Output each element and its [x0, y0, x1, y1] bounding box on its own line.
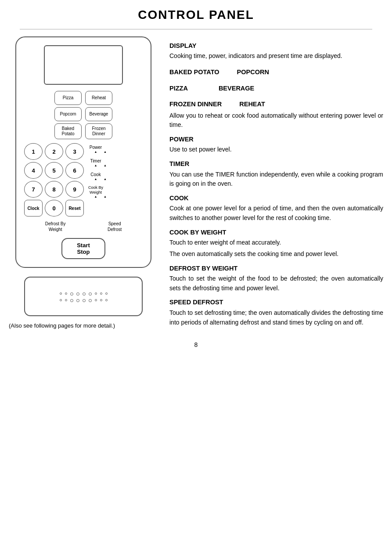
- key-8[interactable]: 8: [45, 181, 63, 198]
- speed-defrost-text: Touch to set defrosting time; the oven a…: [169, 308, 383, 327]
- function-buttons: Power▲ Timer▲ Cook▲ Cook ByWeight▲: [86, 143, 103, 216]
- section-frozen-dinner-reheat: FROZEN DINNER REHEAT Allow you to reheat…: [169, 95, 383, 130]
- dot: [100, 292, 102, 295]
- keypad-area: 1 2 3 4 5 6 7 8 9 Clock 0 Reset: [24, 143, 143, 216]
- dot: [76, 299, 79, 302]
- bottom-labels-row: Defrost ByWeight SpeedDefrost: [24, 221, 143, 232]
- preset-buttons-area: Pizza Reheat Popcorn Beverage BakedPotat…: [24, 91, 143, 259]
- dot: [89, 299, 92, 302]
- pizza-title: PIZZA: [169, 83, 188, 93]
- preset-row-3: BakedPotato FrozenDinner: [24, 123, 143, 139]
- dot: [70, 299, 73, 302]
- defrost-by-weight-label: Defrost ByWeight: [45, 221, 66, 232]
- speed-defrost-title: SPEED DEFROST: [169, 297, 383, 307]
- timer-button[interactable]: Timer▲: [86, 159, 103, 167]
- section-baked-potato-popcorn: BAKED POTATO POPCORN: [169, 63, 383, 78]
- page-number: 8: [0, 341, 392, 353]
- baked-popcorn-title-row: BAKED POTATO POPCORN: [169, 63, 383, 78]
- section-timer: TIMER You can use the TIMER function ind…: [169, 159, 383, 189]
- section-display: DISPLAY Cooking time, power, indicators …: [169, 41, 383, 61]
- key-7[interactable]: 7: [24, 181, 43, 198]
- display-text: Cooking time, power, indicators and pres…: [169, 51, 383, 61]
- baked-potato-button[interactable]: BakedPotato: [54, 123, 82, 139]
- page-title: CONTROL PANEL: [0, 0, 392, 26]
- right-panel: DISPLAY Cooking time, power, indicators …: [167, 32, 388, 333]
- dot: [60, 292, 62, 295]
- section-speed-defrost: SPEED DEFROST Touch to set defrosting ti…: [169, 297, 383, 327]
- power-title: POWER: [169, 134, 383, 144]
- reset-button[interactable]: Reset: [65, 200, 84, 216]
- reheat-button[interactable]: Reheat: [85, 91, 112, 105]
- section-power: POWER Use to set power level.: [169, 134, 383, 155]
- dot: [95, 299, 97, 301]
- microwave-diagram: Pizza Reheat Popcorn Beverage BakedPotat…: [15, 36, 151, 268]
- dot: [83, 299, 86, 302]
- dot: [105, 299, 108, 301]
- dot: [70, 292, 73, 296]
- power-button[interactable]: Power▲: [86, 145, 103, 154]
- dot: [95, 292, 97, 295]
- preset-row-2: Popcorn Beverage: [24, 107, 143, 121]
- baked-potato-title: BAKED POTATO: [169, 67, 219, 77]
- title-divider: [20, 29, 373, 29]
- dots-row-2: [31, 299, 136, 302]
- popcorn-button[interactable]: Popcorn: [54, 107, 82, 121]
- key-5[interactable]: 5: [45, 162, 63, 179]
- dot: [65, 299, 67, 301]
- beverage-button[interactable]: Beverage: [85, 107, 112, 121]
- timer-text: You can use the TIMER function independe…: [169, 170, 383, 189]
- dot: [60, 299, 62, 301]
- popcorn-title: POPCORN: [237, 67, 269, 77]
- key-6[interactable]: 6: [65, 162, 84, 179]
- main-layout: Pizza Reheat Popcorn Beverage BakedPotat…: [0, 32, 392, 333]
- defrost-by-weight-title: DEFROST BY WEIGHT: [169, 263, 383, 273]
- clock-button[interactable]: Clock: [24, 200, 43, 216]
- cook-by-weight-text2: The oven automatically sets the cooking …: [169, 249, 383, 259]
- section-defrost-by-weight: DEFROST BY WEIGHT Touch to set the weigh…: [169, 263, 383, 293]
- timer-title: TIMER: [169, 159, 383, 169]
- power-text: Use to set power level.: [169, 145, 383, 155]
- key-9[interactable]: 9: [65, 181, 84, 198]
- numeric-keypad: 1 2 3 4 5 6 7 8 9 Clock 0 Reset: [24, 143, 84, 216]
- key-3[interactable]: 3: [65, 143, 84, 160]
- start-stop-button[interactable]: StartStop: [61, 238, 105, 259]
- preset-row-1: Pizza Reheat: [24, 91, 143, 105]
- display-title: DISPLAY: [169, 41, 383, 50]
- frozen-dinner-button[interactable]: FrozenDinner: [85, 123, 112, 139]
- key-1[interactable]: 1: [24, 143, 43, 160]
- reheat-title: REHEAT: [239, 99, 265, 109]
- dot: [105, 292, 108, 295]
- pizza-button[interactable]: Pizza: [54, 91, 82, 105]
- lower-panel: [24, 277, 143, 316]
- cook-by-weight-title: COOK BY WEIGHT: [169, 227, 383, 237]
- cook-text: Cook at one power level for a period of …: [169, 204, 383, 223]
- cook-title: COOK: [169, 193, 383, 203]
- frozen-dinner-title: FROZEN DINNER: [169, 99, 222, 109]
- cook-by-weight-button[interactable]: Cook ByWeight▲: [86, 185, 103, 198]
- frozen-reheat-title-row: FROZEN DINNER REHEAT: [169, 95, 383, 110]
- speed-defrost-label: SpeedDefrost: [108, 221, 122, 232]
- dot: [100, 299, 102, 301]
- also-see-note: (Also see following pages for more detai…: [4, 322, 162, 329]
- left-panel: Pizza Reheat Popcorn Beverage BakedPotat…: [4, 32, 162, 333]
- key-2[interactable]: 2: [45, 143, 63, 160]
- cook-button[interactable]: Cook▲: [86, 172, 103, 181]
- frozen-dinner-reheat-text: Allow you to reheat or cook food automat…: [169, 111, 383, 130]
- dot: [76, 292, 79, 296]
- section-cook: COOK Cook at one power level for a perio…: [169, 193, 383, 223]
- cook-by-weight-text1: Touch to enter weight of meat accurately…: [169, 238, 383, 248]
- dot: [65, 292, 67, 295]
- key-4[interactable]: 4: [24, 162, 43, 179]
- pizza-beverage-title-row: PIZZA BEVERAGE: [169, 79, 383, 94]
- dot: [83, 292, 86, 296]
- dots-row-1: [31, 292, 136, 296]
- key-0[interactable]: 0: [45, 200, 63, 216]
- section-cook-by-weight: COOK BY WEIGHT Touch to enter weight of …: [169, 227, 383, 259]
- section-pizza-beverage: PIZZA BEVERAGE: [169, 79, 383, 94]
- display-screen: [44, 45, 123, 85]
- dot: [89, 292, 92, 296]
- beverage-title: BEVERAGE: [219, 83, 254, 93]
- defrost-by-weight-text: Touch to set the weight of the food to b…: [169, 274, 383, 293]
